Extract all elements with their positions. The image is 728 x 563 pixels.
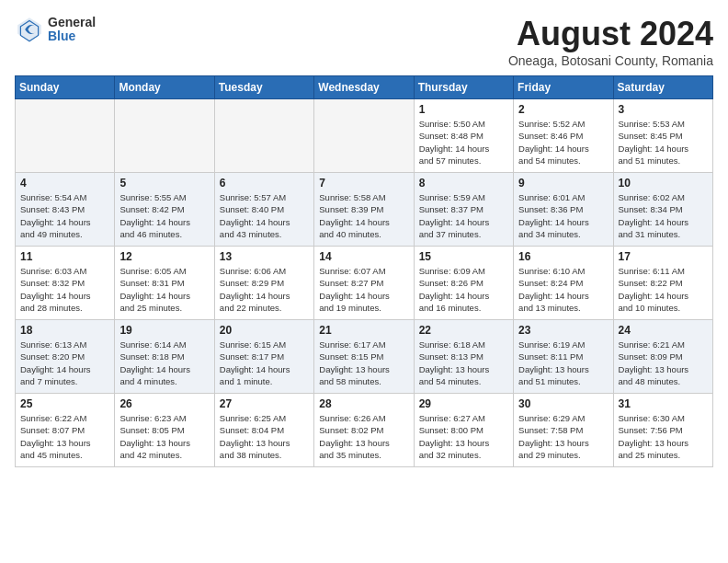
day-info: Sunrise: 6:06 AM Sunset: 8:29 PM Dayligh… [220, 265, 309, 314]
week-row-5: 25Sunrise: 6:22 AM Sunset: 8:07 PM Dayli… [16, 394, 713, 467]
calendar-cell [115, 99, 214, 173]
day-number: 12 [119, 250, 209, 263]
day-number: 30 [518, 397, 608, 410]
calendar-cell: 25Sunrise: 6:22 AM Sunset: 8:07 PM Dayli… [16, 394, 115, 467]
calendar-cell: 27Sunrise: 6:25 AM Sunset: 8:04 PM Dayli… [214, 394, 313, 467]
day-number: 16 [518, 250, 608, 263]
logo-icon [15, 15, 44, 44]
week-row-1: 1Sunrise: 5:50 AM Sunset: 8:48 PM Daylig… [16, 99, 713, 173]
calendar-cell: 12Sunrise: 6:05 AM Sunset: 8:31 PM Dayli… [115, 247, 214, 320]
day-info: Sunrise: 5:57 AM Sunset: 8:40 PM Dayligh… [220, 191, 309, 240]
day-number: 14 [319, 250, 408, 263]
calendar-cell [314, 99, 414, 173]
day-info: Sunrise: 6:17 AM Sunset: 8:15 PM Dayligh… [319, 339, 408, 387]
day-info: Sunrise: 6:19 AM Sunset: 8:11 PM Dayligh… [518, 339, 608, 387]
calendar-cell: 31Sunrise: 6:30 AM Sunset: 7:56 PM Dayli… [613, 394, 712, 467]
calendar-cell: 2Sunrise: 5:52 AM Sunset: 8:46 PM Daylig… [514, 99, 613, 173]
day-number: 25 [20, 397, 109, 410]
day-number: 20 [220, 324, 309, 337]
weekday-header-row: SundayMondayTuesdayWednesdayThursdayFrid… [16, 76, 713, 99]
day-info: Sunrise: 5:52 AM Sunset: 8:46 PM Dayligh… [518, 118, 608, 167]
day-number: 27 [220, 397, 309, 410]
day-number: 17 [619, 250, 708, 263]
calendar-cell: 14Sunrise: 6:07 AM Sunset: 8:27 PM Dayli… [314, 247, 414, 320]
day-number: 9 [518, 177, 608, 190]
calendar-cell: 23Sunrise: 6:19 AM Sunset: 8:11 PM Dayli… [514, 320, 613, 394]
calendar-cell: 11Sunrise: 6:03 AM Sunset: 8:32 PM Dayli… [16, 247, 115, 320]
calendar-cell: 29Sunrise: 6:27 AM Sunset: 8:00 PM Dayli… [414, 394, 513, 467]
calendar-cell: 10Sunrise: 6:02 AM Sunset: 8:34 PM Dayli… [613, 173, 712, 247]
calendar-cell: 21Sunrise: 6:17 AM Sunset: 8:15 PM Dayli… [314, 320, 414, 394]
day-info: Sunrise: 6:11 AM Sunset: 8:22 PM Dayligh… [619, 265, 708, 314]
calendar-cell: 17Sunrise: 6:11 AM Sunset: 8:22 PM Dayli… [613, 247, 712, 320]
month-title: August 2024 [508, 15, 713, 53]
day-number: 21 [319, 324, 408, 337]
calendar-cell: 24Sunrise: 6:21 AM Sunset: 8:09 PM Dayli… [613, 320, 712, 394]
day-number: 7 [319, 177, 408, 190]
day-number: 1 [419, 103, 508, 116]
weekday-header-friday: Friday [514, 76, 613, 99]
day-info: Sunrise: 6:10 AM Sunset: 8:24 PM Dayligh… [518, 265, 608, 314]
day-info: Sunrise: 6:29 AM Sunset: 7:58 PM Dayligh… [518, 412, 608, 461]
calendar-cell: 4Sunrise: 5:54 AM Sunset: 8:43 PM Daylig… [16, 173, 115, 247]
day-info: Sunrise: 6:02 AM Sunset: 8:34 PM Dayligh… [619, 191, 708, 240]
calendar-cell: 30Sunrise: 6:29 AM Sunset: 7:58 PM Dayli… [514, 394, 613, 467]
calendar-cell: 15Sunrise: 6:09 AM Sunset: 8:26 PM Dayli… [414, 247, 513, 320]
day-number: 13 [220, 250, 309, 263]
calendar-cell: 7Sunrise: 5:58 AM Sunset: 8:39 PM Daylig… [314, 173, 414, 247]
day-number: 5 [119, 177, 209, 190]
day-number: 29 [419, 397, 508, 410]
day-info: Sunrise: 6:27 AM Sunset: 8:00 PM Dayligh… [419, 412, 508, 461]
day-info: Sunrise: 6:15 AM Sunset: 8:17 PM Dayligh… [220, 339, 309, 387]
day-info: Sunrise: 6:13 AM Sunset: 8:20 PM Dayligh… [20, 339, 109, 387]
week-row-2: 4Sunrise: 5:54 AM Sunset: 8:43 PM Daylig… [16, 173, 713, 247]
day-info: Sunrise: 6:09 AM Sunset: 8:26 PM Dayligh… [419, 265, 508, 314]
weekday-header-wednesday: Wednesday [314, 76, 414, 99]
day-number: 22 [419, 324, 508, 337]
weekday-header-sunday: Sunday [16, 76, 115, 99]
calendar-cell: 1Sunrise: 5:50 AM Sunset: 8:48 PM Daylig… [414, 99, 513, 173]
day-number: 3 [619, 103, 708, 116]
day-info: Sunrise: 5:55 AM Sunset: 8:42 PM Dayligh… [119, 191, 209, 240]
calendar-cell: 28Sunrise: 6:26 AM Sunset: 8:02 PM Dayli… [314, 394, 414, 467]
page-header: General Blue August 2024 Oneaga, Botosan… [15, 15, 713, 68]
calendar-cell: 5Sunrise: 5:55 AM Sunset: 8:42 PM Daylig… [115, 173, 214, 247]
calendar-cell: 3Sunrise: 5:53 AM Sunset: 8:45 PM Daylig… [613, 99, 712, 173]
day-info: Sunrise: 6:18 AM Sunset: 8:13 PM Dayligh… [419, 339, 508, 387]
day-info: Sunrise: 5:50 AM Sunset: 8:48 PM Dayligh… [419, 118, 508, 167]
day-info: Sunrise: 5:58 AM Sunset: 8:39 PM Dayligh… [319, 191, 408, 240]
logo: General Blue [15, 15, 96, 44]
day-info: Sunrise: 5:53 AM Sunset: 8:45 PM Dayligh… [619, 118, 708, 167]
day-info: Sunrise: 6:21 AM Sunset: 8:09 PM Dayligh… [619, 339, 708, 387]
calendar-table: SundayMondayTuesdayWednesdayThursdayFrid… [15, 75, 713, 467]
day-number: 31 [619, 397, 708, 410]
week-row-4: 18Sunrise: 6:13 AM Sunset: 8:20 PM Dayli… [16, 320, 713, 394]
calendar-cell: 19Sunrise: 6:14 AM Sunset: 8:18 PM Dayli… [115, 320, 214, 394]
logo-text: General Blue [48, 16, 96, 44]
day-info: Sunrise: 6:30 AM Sunset: 7:56 PM Dayligh… [619, 412, 708, 461]
day-number: 24 [619, 324, 708, 337]
day-info: Sunrise: 6:03 AM Sunset: 8:32 PM Dayligh… [20, 265, 109, 314]
day-number: 15 [419, 250, 508, 263]
day-number: 10 [619, 177, 708, 190]
day-info: Sunrise: 6:07 AM Sunset: 8:27 PM Dayligh… [319, 265, 408, 314]
day-info: Sunrise: 6:05 AM Sunset: 8:31 PM Dayligh… [119, 265, 209, 314]
weekday-header-thursday: Thursday [414, 76, 513, 99]
day-number: 18 [20, 324, 109, 337]
calendar-cell: 18Sunrise: 6:13 AM Sunset: 8:20 PM Dayli… [16, 320, 115, 394]
logo-blue-text: Blue [48, 29, 96, 43]
weekday-header-saturday: Saturday [613, 76, 712, 99]
calendar-cell: 20Sunrise: 6:15 AM Sunset: 8:17 PM Dayli… [214, 320, 313, 394]
day-info: Sunrise: 6:14 AM Sunset: 8:18 PM Dayligh… [119, 339, 209, 387]
calendar-cell: 16Sunrise: 6:10 AM Sunset: 8:24 PM Dayli… [514, 247, 613, 320]
day-info: Sunrise: 5:59 AM Sunset: 8:37 PM Dayligh… [419, 191, 508, 240]
calendar-cell [214, 99, 313, 173]
week-row-3: 11Sunrise: 6:03 AM Sunset: 8:32 PM Dayli… [16, 247, 713, 320]
calendar-cell: 8Sunrise: 5:59 AM Sunset: 8:37 PM Daylig… [414, 173, 513, 247]
calendar-cell: 6Sunrise: 5:57 AM Sunset: 8:40 PM Daylig… [214, 173, 313, 247]
logo-general-text: General [48, 16, 96, 29]
calendar-cell: 9Sunrise: 6:01 AM Sunset: 8:36 PM Daylig… [514, 173, 613, 247]
day-info: Sunrise: 5:54 AM Sunset: 8:43 PM Dayligh… [20, 191, 109, 240]
day-number: 4 [20, 177, 109, 190]
day-info: Sunrise: 6:23 AM Sunset: 8:05 PM Dayligh… [119, 412, 209, 461]
